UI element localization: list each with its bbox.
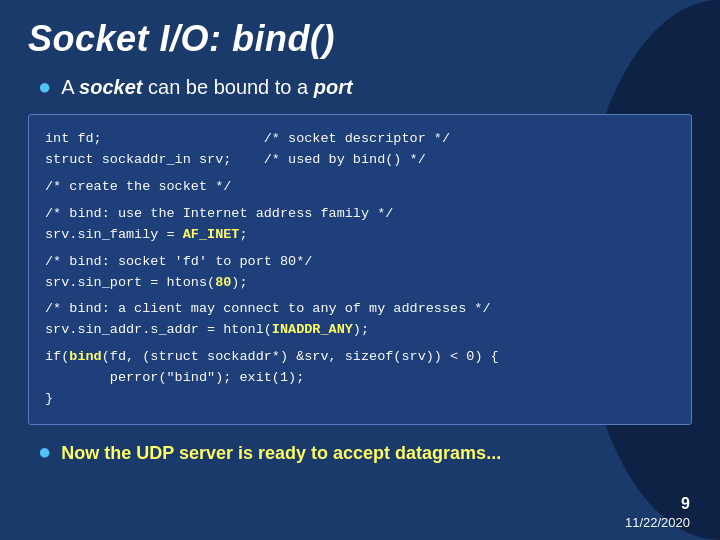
slide-content: Socket I/O: bind() ● A socket can be bou…	[0, 0, 720, 477]
code-line-4: /* bind: use the Internet address family…	[45, 204, 675, 225]
code-text-5a: srv.sin_family =	[45, 227, 183, 242]
code-highlight-bind: bind	[69, 349, 101, 364]
code-line-9: srv.sin_addr.s_addr = htonl(INADDR_ANY);	[45, 320, 675, 341]
code-highlight-80: 80	[215, 275, 231, 290]
code-text-9b: );	[353, 322, 369, 337]
code-text-10b: (fd, (struct sockaddr*) &srv, sizeof(srv…	[102, 349, 499, 364]
code-text-5b: ;	[239, 227, 247, 242]
code-text-7a: srv.sin_port = htons(	[45, 275, 215, 290]
code-line-1: int fd; /* socket descriptor */	[45, 129, 675, 150]
code-line-2: struct sockaddr_in srv; /* used by bind(…	[45, 150, 675, 171]
slide-footer: 9 11/22/2020	[625, 495, 690, 530]
bullet-1-text: A socket can be bound to a port	[61, 76, 352, 99]
code-line-7: srv.sin_port = htons(80);	[45, 273, 675, 294]
code-line-10: if(bind(fd, (struct sockaddr*) &srv, siz…	[45, 347, 675, 368]
code-text-12: }	[45, 391, 53, 406]
code-text-4: /* bind: use the Internet address family…	[45, 206, 393, 221]
slide-title: Socket I/O: bind()	[28, 18, 692, 60]
code-block: int fd; /* socket descriptor */ struct s…	[28, 114, 692, 425]
code-text-1: int fd; /* socket descriptor */	[45, 131, 450, 146]
code-text-7b: );	[231, 275, 247, 290]
slide-date-text: 11/22/2020	[625, 515, 690, 530]
italic-socket: socket	[79, 76, 142, 98]
code-line-3: /* create the socket */	[45, 177, 675, 198]
code-text-10a: if(	[45, 349, 69, 364]
code-line-5: srv.sin_family = AF_INET;	[45, 225, 675, 246]
code-highlight-inaddr-any: INADDR_ANY	[272, 322, 353, 337]
code-line-12: }	[45, 389, 675, 410]
code-line-6: /* bind: socket 'fd' to port 80*/	[45, 252, 675, 273]
bullet-icon-2: ●	[38, 439, 51, 465]
code-line-8: /* bind: a client may connect to any of …	[45, 299, 675, 320]
code-text-11: perror("bind"); exit(1);	[45, 370, 304, 385]
code-text-9a: srv.sin_addr.s_addr = htonl(	[45, 322, 272, 337]
slide-number: 9	[625, 495, 690, 513]
bullet-1: ● A socket can be bound to a port	[38, 74, 692, 100]
code-line-11: perror("bind"); exit(1);	[45, 368, 675, 389]
italic-port: port	[314, 76, 353, 98]
code-text-3: /* create the socket */	[45, 179, 231, 194]
code-text-8: /* bind: a client may connect to any of …	[45, 301, 491, 316]
bullet-icon-1: ●	[38, 74, 51, 100]
bullet-2: ● Now the UDP server is ready to accept …	[38, 439, 692, 465]
code-highlight-af-inet: AF_INET	[183, 227, 240, 242]
code-text-6: /* bind: socket 'fd' to port 80*/	[45, 254, 312, 269]
bullet-2-text: Now the UDP server is ready to accept da…	[61, 443, 501, 464]
code-text-2: struct sockaddr_in srv; /* used by bind(…	[45, 152, 426, 167]
